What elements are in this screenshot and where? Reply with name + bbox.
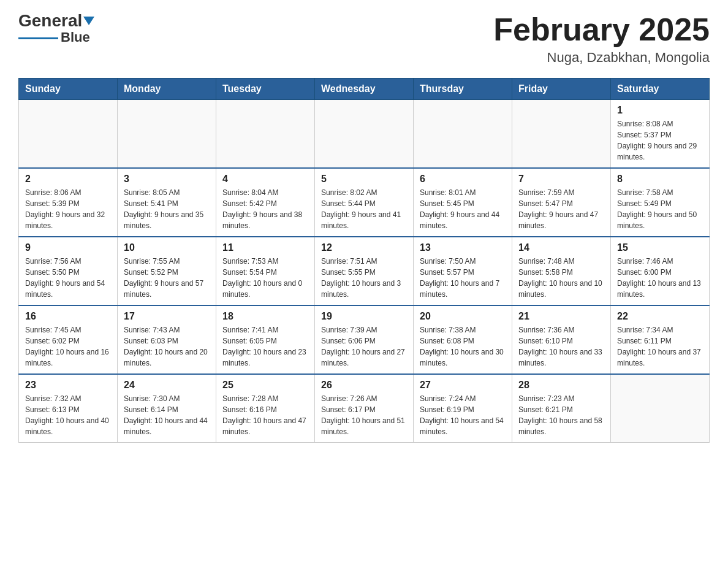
day-info: Sunrise: 7:28 AM Sunset: 6:16 PM Dayligh… [222, 393, 308, 437]
day-number: 8 [617, 174, 703, 185]
day-info: Sunrise: 8:04 AM Sunset: 5:42 PM Dayligh… [222, 187, 308, 231]
day-header-wednesday: Wednesday [315, 79, 414, 100]
calendar-week-row: 9Sunrise: 7:56 AM Sunset: 5:50 PM Daylig… [19, 237, 710, 305]
day-info: Sunrise: 7:55 AM Sunset: 5:52 PM Dayligh… [124, 256, 210, 300]
calendar-week-row: 16Sunrise: 7:45 AM Sunset: 6:02 PM Dayli… [19, 305, 710, 374]
page-title: February 2025 [493, 12, 710, 47]
calendar-day-cell [315, 100, 414, 169]
day-info: Sunrise: 8:01 AM Sunset: 5:45 PM Dayligh… [420, 187, 506, 231]
day-number: 9 [25, 242, 111, 253]
calendar-week-row: 2Sunrise: 8:06 AM Sunset: 5:39 PM Daylig… [19, 168, 710, 237]
day-info: Sunrise: 7:53 AM Sunset: 5:54 PM Dayligh… [222, 256, 308, 300]
day-info: Sunrise: 7:39 AM Sunset: 6:06 PM Dayligh… [321, 324, 407, 369]
calendar-day-cell: 7Sunrise: 7:59 AM Sunset: 5:47 PM Daylig… [512, 168, 611, 237]
day-header-saturday: Saturday [611, 79, 710, 100]
calendar-header-row: SundayMondayTuesdayWednesdayThursdayFrid… [19, 79, 710, 100]
logo: General Blue [18, 12, 94, 44]
calendar-day-cell: 24Sunrise: 7:30 AM Sunset: 6:14 PM Dayli… [118, 374, 216, 443]
calendar-day-cell: 10Sunrise: 7:55 AM Sunset: 5:52 PM Dayli… [118, 237, 216, 305]
logo-triangle-icon [83, 17, 94, 25]
day-info: Sunrise: 7:26 AM Sunset: 6:17 PM Dayligh… [321, 393, 407, 437]
day-info: Sunrise: 7:58 AM Sunset: 5:49 PM Dayligh… [617, 187, 703, 231]
calendar-day-cell: 21Sunrise: 7:36 AM Sunset: 6:10 PM Dayli… [512, 305, 611, 374]
day-info: Sunrise: 7:38 AM Sunset: 6:08 PM Dayligh… [420, 324, 506, 369]
day-number: 21 [518, 311, 604, 322]
calendar-day-cell: 11Sunrise: 7:53 AM Sunset: 5:54 PM Dayli… [216, 237, 315, 305]
day-number: 11 [222, 242, 308, 253]
calendar-day-cell: 4Sunrise: 8:04 AM Sunset: 5:42 PM Daylig… [216, 168, 315, 237]
calendar-day-cell: 13Sunrise: 7:50 AM Sunset: 5:57 PM Dayli… [414, 237, 512, 305]
calendar-day-cell: 14Sunrise: 7:48 AM Sunset: 5:58 PM Dayli… [512, 237, 611, 305]
day-number: 1 [617, 105, 703, 116]
calendar-day-cell: 20Sunrise: 7:38 AM Sunset: 6:08 PM Dayli… [414, 305, 512, 374]
day-number: 4 [222, 174, 308, 185]
title-block: February 2025 Nuga, Dzabkhan, Mongolia [493, 12, 710, 66]
day-number: 22 [617, 311, 703, 322]
location-subtitle: Nuga, Dzabkhan, Mongolia [493, 50, 710, 66]
day-number: 15 [617, 242, 703, 253]
calendar-day-cell: 3Sunrise: 8:05 AM Sunset: 5:41 PM Daylig… [118, 168, 216, 237]
day-number: 7 [518, 174, 604, 185]
calendar-day-cell: 5Sunrise: 8:02 AM Sunset: 5:44 PM Daylig… [315, 168, 414, 237]
day-info: Sunrise: 8:06 AM Sunset: 5:39 PM Dayligh… [25, 187, 111, 231]
day-info: Sunrise: 7:59 AM Sunset: 5:47 PM Dayligh… [518, 187, 604, 231]
day-number: 18 [222, 311, 308, 322]
day-info: Sunrise: 7:46 AM Sunset: 6:00 PM Dayligh… [617, 256, 703, 300]
calendar-table: SundayMondayTuesdayWednesdayThursdayFrid… [18, 78, 710, 443]
day-number: 12 [321, 242, 407, 253]
day-header-thursday: Thursday [414, 79, 512, 100]
day-header-sunday: Sunday [19, 79, 118, 100]
calendar-day-cell: 8Sunrise: 7:58 AM Sunset: 5:49 PM Daylig… [611, 168, 710, 237]
day-header-friday: Friday [512, 79, 611, 100]
day-header-tuesday: Tuesday [216, 79, 315, 100]
day-number: 13 [420, 242, 506, 253]
calendar-day-cell [216, 100, 315, 169]
calendar-day-cell [414, 100, 512, 169]
day-info: Sunrise: 8:02 AM Sunset: 5:44 PM Dayligh… [321, 187, 407, 231]
day-number: 17 [124, 311, 210, 322]
calendar-day-cell: 19Sunrise: 7:39 AM Sunset: 6:06 PM Dayli… [315, 305, 414, 374]
day-number: 16 [25, 311, 111, 322]
logo-line [18, 37, 58, 39]
day-info: Sunrise: 8:05 AM Sunset: 5:41 PM Dayligh… [124, 187, 210, 231]
day-number: 25 [222, 380, 308, 391]
calendar-week-row: 1Sunrise: 8:08 AM Sunset: 5:37 PM Daylig… [19, 100, 710, 169]
calendar-day-cell: 12Sunrise: 7:51 AM Sunset: 5:55 PM Dayli… [315, 237, 414, 305]
day-number: 2 [25, 174, 111, 185]
day-info: Sunrise: 7:30 AM Sunset: 6:14 PM Dayligh… [124, 393, 210, 437]
day-info: Sunrise: 7:50 AM Sunset: 5:57 PM Dayligh… [420, 256, 506, 300]
day-info: Sunrise: 7:36 AM Sunset: 6:10 PM Dayligh… [518, 324, 604, 369]
calendar-day-cell: 28Sunrise: 7:23 AM Sunset: 6:21 PM Dayli… [512, 374, 611, 443]
day-number: 6 [420, 174, 506, 185]
day-info: Sunrise: 7:23 AM Sunset: 6:21 PM Dayligh… [518, 393, 604, 437]
logo-general-text: General [18, 12, 82, 29]
calendar-day-cell: 23Sunrise: 7:32 AM Sunset: 6:13 PM Dayli… [19, 374, 118, 443]
day-info: Sunrise: 7:43 AM Sunset: 6:03 PM Dayligh… [124, 324, 210, 369]
calendar-day-cell: 2Sunrise: 8:06 AM Sunset: 5:39 PM Daylig… [19, 168, 118, 237]
calendar-day-cell: 25Sunrise: 7:28 AM Sunset: 6:16 PM Dayli… [216, 374, 315, 443]
day-number: 20 [420, 311, 506, 322]
day-info: Sunrise: 7:51 AM Sunset: 5:55 PM Dayligh… [321, 256, 407, 300]
day-info: Sunrise: 7:34 AM Sunset: 6:11 PM Dayligh… [617, 324, 703, 369]
calendar-day-cell: 18Sunrise: 7:41 AM Sunset: 6:05 PM Dayli… [216, 305, 315, 374]
calendar-day-cell: 27Sunrise: 7:24 AM Sunset: 6:19 PM Dayli… [414, 374, 512, 443]
day-number: 10 [124, 242, 210, 253]
day-number: 26 [321, 380, 407, 391]
day-number: 28 [518, 380, 604, 391]
calendar-day-cell [512, 100, 611, 169]
calendar-day-cell: 16Sunrise: 7:45 AM Sunset: 6:02 PM Dayli… [19, 305, 118, 374]
calendar-day-cell: 17Sunrise: 7:43 AM Sunset: 6:03 PM Dayli… [118, 305, 216, 374]
page-header: General Blue February 2025 Nuga, Dzabkha… [18, 12, 710, 66]
day-info: Sunrise: 7:48 AM Sunset: 5:58 PM Dayligh… [518, 256, 604, 300]
day-number: 5 [321, 174, 407, 185]
calendar-day-cell: 22Sunrise: 7:34 AM Sunset: 6:11 PM Dayli… [611, 305, 710, 374]
day-number: 19 [321, 311, 407, 322]
day-number: 14 [518, 242, 604, 253]
calendar-day-cell: 26Sunrise: 7:26 AM Sunset: 6:17 PM Dayli… [315, 374, 414, 443]
calendar-day-cell: 15Sunrise: 7:46 AM Sunset: 6:00 PM Dayli… [611, 237, 710, 305]
calendar-day-cell: 9Sunrise: 7:56 AM Sunset: 5:50 PM Daylig… [19, 237, 118, 305]
calendar-day-cell [19, 100, 118, 169]
day-info: Sunrise: 7:32 AM Sunset: 6:13 PM Dayligh… [25, 393, 111, 437]
day-number: 24 [124, 380, 210, 391]
calendar-week-row: 23Sunrise: 7:32 AM Sunset: 6:13 PM Dayli… [19, 374, 710, 443]
